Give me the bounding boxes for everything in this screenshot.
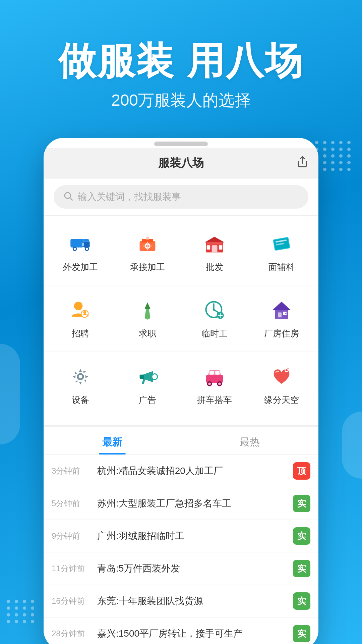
hero-subtitle: 200万服装人的选择 [20,90,342,111]
svg-rect-49 [140,375,144,379]
svg-marker-5 [83,239,90,242]
category-row-3: 设备 广告 [44,352,318,418]
svg-rect-4 [83,242,90,248]
feed-badge-0: 顶 [293,462,310,480]
feed-item-3[interactable]: 11分钟前 青岛:5万件西装外发 实 [44,552,318,585]
category-row-2: 招聘 求职 [44,285,318,352]
feed-time-0: 3分钟前 [52,466,92,476]
svg-point-30 [83,311,86,314]
tabs-section: 最新 最热 3分钟前 杭州:精品女装诚招20人加工厂 顶 5分钟前 苏州:大型服… [44,425,318,644]
feed-text-0: 杭州:精品女装诚招20人加工厂 [97,465,288,477]
share-icon[interactable] [296,156,308,170]
sewing-icon [135,231,160,257]
feed-time-2: 9分钟前 [52,531,92,541]
feed-time-4: 16分钟前 [52,596,92,606]
svg-point-59 [287,367,289,369]
feed-item-5[interactable]: 28分钟前 嘉兴:1500平厂房转让，接手可生产 实 [44,618,318,644]
svg-rect-44 [278,313,282,318]
feed-badge-2: 实 [293,527,310,545]
wave-left [0,344,20,444]
svg-marker-19 [204,237,225,243]
search-placeholder: 输入关键词，找找服装事 [78,191,181,203]
svg-point-9 [86,248,88,250]
feed-text-2: 广州:羽绒服招临时工 [97,530,288,542]
category-pifa-label: 批发 [206,261,223,273]
category-chengjie[interactable]: 承接加工 [114,226,181,278]
phone-notch [44,138,318,148]
svg-rect-52 [209,371,214,375]
tab-hot[interactable]: 最热 [181,427,318,454]
svg-rect-53 [215,371,220,375]
category-changfang[interactable]: 厂房住房 [248,292,315,345]
category-pifa[interactable]: 批发 [181,226,248,278]
category-qiuzhi[interactable]: 求职 [114,292,181,345]
svg-point-57 [218,383,221,385]
svg-rect-15 [146,237,149,240]
category-waifa[interactable]: 外发加工 [47,226,114,278]
category-shebei[interactable]: 设备 [47,359,114,411]
svg-marker-34 [145,303,150,309]
category-row-1: 外发加工 承接加工 [44,219,318,285]
feed-text-4: 东莞:十年服装团队找货源 [97,595,288,607]
svg-rect-23 [207,243,223,245]
clock-icon [202,298,227,323]
feed-badge-4: 实 [293,592,310,610]
category-zhaopin-label: 招聘 [72,328,89,339]
category-guanggao[interactable]: 广告 [114,359,181,411]
svg-rect-10 [82,243,84,246]
category-linshi[interactable]: 临时工 [181,292,248,345]
feed-time-5: 28分钟前 [52,628,92,639]
tie-icon [135,298,160,323]
feed-text-1: 苏州:大型服装工厂急招多名车工 [97,497,288,510]
feed-item-1[interactable]: 5分钟前 苏州:大型服装工厂急招多名车工 实 [44,487,318,520]
feed-list: 3分钟前 杭州:精品女装诚招20人加工厂 顶 5分钟前 苏州:大型服装工厂急招多… [44,455,318,644]
svg-point-38 [213,309,215,311]
category-yuanfen-label: 缘分天空 [264,394,299,406]
gear-icon [68,364,93,389]
app-title: 服装八场 [158,155,204,171]
recruit-icon [68,298,93,323]
feed-item-0[interactable]: 3分钟前 杭州:精品女装诚招20人加工厂 顶 [44,455,318,487]
app-titlebar: 服装八场 [44,148,318,178]
phone-mockup: 服装八场 输入关键词，找找服装事 [44,138,318,644]
category-changfang-label: 厂房住房 [264,328,299,339]
feed-badge-1: 实 [293,495,310,512]
svg-point-50 [152,374,158,380]
svg-point-48 [79,375,82,379]
category-mianfu[interactable]: 面辅料 [248,226,315,278]
svg-point-28 [74,302,83,311]
svg-line-2 [70,198,72,200]
category-waifa-label: 外发加工 [63,261,98,273]
category-linshi-label: 临时工 [201,328,228,339]
category-section: 外发加工 承接加工 [44,216,318,425]
svg-rect-21 [207,245,210,250]
feed-time-1: 5分钟前 [52,498,92,509]
megaphone-icon [135,364,160,389]
svg-point-7 [74,248,76,250]
wave-right [342,412,362,479]
search-container: 输入关键词，找找服装事 [44,178,318,216]
category-yuanfen[interactable]: 缘分天空 [248,359,315,411]
svg-rect-20 [212,245,218,252]
feed-text-3: 青岛:5万件西装外发 [97,562,288,575]
category-pinche[interactable]: 拼车搭车 [181,359,248,411]
truck-icon [68,231,93,257]
category-zhaopin[interactable]: 招聘 [47,292,114,345]
feed-badge-3: 实 [293,560,310,577]
category-pinche-label: 拼车搭车 [197,394,232,406]
svg-point-55 [208,383,210,385]
tab-latest[interactable]: 最新 [44,427,181,454]
search-box[interactable]: 输入关键词，找找服装事 [54,185,308,209]
feed-text-5: 嘉兴:1500平厂房转让，接手可生产 [97,627,288,640]
svg-point-58 [285,369,288,372]
category-qiuzhi-label: 求职 [139,328,156,339]
svg-rect-3 [70,239,83,248]
feed-item-2[interactable]: 9分钟前 广州:羽绒服招临时工 实 [44,520,318,552]
fabric-icon [269,231,294,257]
feed-item-4[interactable]: 16分钟前 东莞:十年服装团队找货源 实 [44,585,318,618]
svg-point-46 [285,313,286,314]
hero-section: 做服装 用八场 200万服装人的选择 [0,0,362,131]
feed-time-3: 11分钟前 [52,563,92,574]
search-icon [63,191,73,203]
category-guanggao-label: 广告 [139,394,156,406]
